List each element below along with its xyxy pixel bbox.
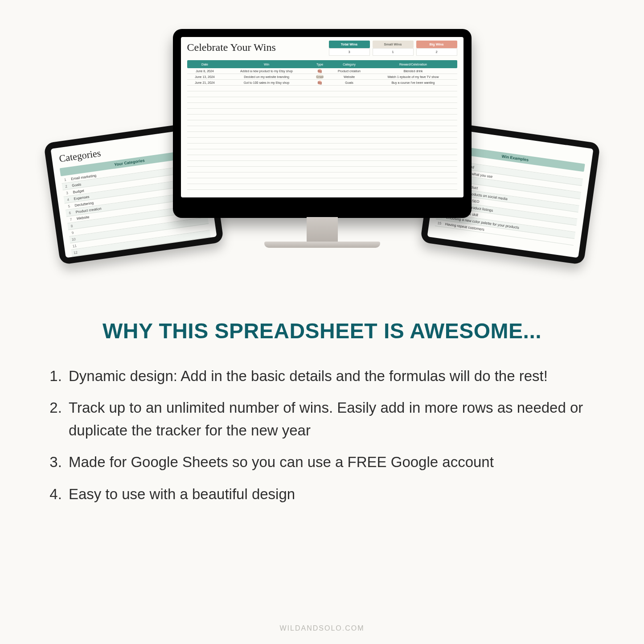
col-win: Win	[223, 62, 311, 67]
table-row	[187, 126, 457, 132]
monitor: Celebrate Your Wins Total Wins 3 Small W…	[173, 29, 472, 248]
table-row: June 8, 2024Added a new product to my Et…	[187, 68, 457, 74]
monitor-stand-base	[264, 242, 380, 248]
table-row	[187, 109, 457, 115]
table-row	[187, 149, 457, 155]
col-type: Type	[311, 62, 329, 67]
stat-total: Total Wins 3	[329, 41, 370, 56]
feature-item: Made for Google Sheets so you can use a …	[66, 451, 599, 473]
table-row	[187, 120, 457, 126]
features-list: Dynamic design: Add in the basic details…	[45, 365, 599, 505]
stat-small: Small Wins 1	[373, 41, 414, 56]
stat-boxes: Total Wins 3 Small Wins 1 Big Wins 2	[329, 41, 457, 56]
monitor-stand-neck	[307, 217, 338, 242]
device-mockup-stage: Categories Your Categories 1Email market…	[0, 29, 644, 279]
feature-item: Easy to use with a beautiful design	[66, 483, 599, 505]
table-row	[187, 172, 457, 178]
table-row	[187, 167, 457, 172]
table-row	[187, 138, 457, 144]
table-row	[187, 178, 457, 184]
table-row	[187, 97, 457, 103]
table-row	[187, 91, 457, 97]
footer-url: WILDANDSOLO.COM	[0, 624, 644, 632]
table-row	[187, 161, 457, 167]
monitor-screen: Celebrate Your Wins Total Wins 3 Small W…	[181, 37, 464, 197]
table-row	[187, 115, 457, 120]
headline: WHY THIS SPREADSHEET IS AWESOME...	[45, 319, 599, 343]
feature-item: Dynamic design: Add in the basic details…	[66, 365, 599, 387]
table-row	[187, 86, 457, 91]
col-category: Category	[329, 62, 369, 67]
table-row	[187, 132, 457, 138]
table-row	[187, 144, 457, 149]
table-row	[187, 103, 457, 109]
table-row	[187, 184, 457, 190]
table-row: June 13, 2024Decided on my website brand…	[187, 74, 457, 80]
content-section: WHY THIS SPREADSHEET IS AWESOME... Dynam…	[45, 319, 599, 514]
stat-big: Big Wins 2	[416, 41, 457, 56]
col-date: Date	[187, 62, 223, 67]
table-row	[187, 155, 457, 161]
table-row: June 21, 2024Got to 100 sales in my Etsy…	[187, 80, 457, 86]
wins-table-header: Date Win Type Category Reward/Celebratio…	[187, 60, 457, 68]
feature-item: Track up to an unlimited number of wins.…	[66, 396, 599, 442]
col-reward: Reward/Celebration	[369, 62, 457, 67]
wins-title: Celebrate Your Wins	[187, 41, 276, 53]
wins-table-body: June 8, 2024Added a new product to my Et…	[187, 68, 457, 190]
